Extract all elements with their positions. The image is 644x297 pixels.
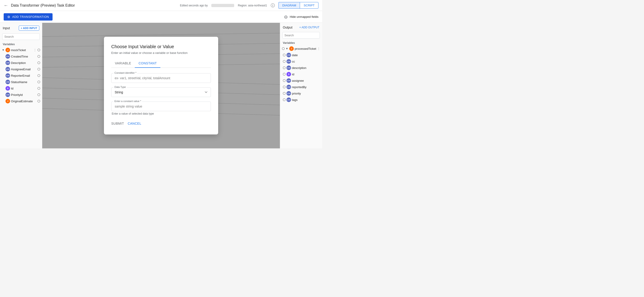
var-badge-str: STR — [286, 91, 291, 96]
var-name: OriginalEstimate — [11, 99, 36, 103]
var-badge-json: J — [6, 99, 10, 103]
list-item: D id — [280, 71, 322, 77]
var-connector[interactable] — [283, 60, 286, 63]
var-connector[interactable] — [283, 73, 286, 76]
var-badge-str: STR — [286, 97, 291, 102]
output-search-box: 🔍 — [282, 32, 320, 38]
info-button[interactable]: ⓘ — [271, 3, 275, 8]
var-name: date — [292, 53, 320, 57]
var-connector[interactable] — [283, 86, 286, 88]
output-parent-menu-icon[interactable]: ⋮ — [317, 47, 320, 50]
input-parent-name: mockTicket — [11, 48, 32, 52]
var-badge-str: STR — [6, 80, 10, 84]
input-panel: Input + ADD INPUT 🔍 Variables ▼ J mockTi… — [0, 23, 42, 148]
modal-title: Choose Input Variable or Value — [111, 44, 211, 49]
add-transformation-label: ADD TRANSFORMATION — [12, 15, 49, 18]
hide-unmapped-toggle-icon[interactable]: ⊖ — [284, 14, 288, 20]
main-layout: Input + ADD INPUT 🔍 Variables ▼ J mockTi… — [0, 23, 322, 148]
edited-label: Edited seconds ago by — [180, 4, 208, 7]
var-connector[interactable] — [283, 92, 286, 95]
add-output-button[interactable]: + ADD OUTPUT — [299, 26, 319, 29]
var-badge-str: STR — [6, 60, 10, 65]
input-parent-menu-icon[interactable]: ⋮ — [33, 48, 36, 52]
var-name: StatusName — [11, 80, 36, 84]
data-type-field: Data Type String Integer Boolean Double … — [111, 87, 211, 97]
output-var-group: ▼ J processedTicket ⋮ STR date STR cc ST… — [280, 45, 322, 103]
input-variables-label: Variables — [0, 42, 42, 47]
var-connector[interactable] — [38, 68, 40, 70]
constant-value-hint: Enter a value of selected data type — [111, 112, 211, 115]
var-badge-d: D — [286, 72, 291, 76]
input-panel-title: Input — [3, 26, 10, 30]
output-panel-header: Output + ADD OUTPUT — [280, 25, 322, 31]
var-connector[interactable] — [38, 93, 40, 96]
constant-value-input[interactable] — [111, 102, 211, 111]
var-connector[interactable] — [38, 100, 40, 102]
var-connector[interactable] — [38, 87, 40, 90]
constant-identifier-input[interactable] — [111, 73, 211, 83]
var-badge-str: STR — [286, 65, 291, 70]
edited-by-value — [211, 4, 234, 7]
var-name: tags — [292, 98, 320, 102]
variable-tab[interactable]: VARIABLE — [111, 59, 135, 68]
var-connector[interactable] — [283, 79, 286, 82]
list-item: STR StatusName — [0, 79, 42, 85]
input-search-input[interactable] — [4, 35, 42, 38]
list-item: D Id — [0, 85, 42, 91]
list-item: STR PriorityId — [0, 91, 42, 98]
var-name: PriorityId — [11, 93, 36, 97]
modal-actions: SUBMIT CANCEL — [111, 120, 211, 127]
add-input-button[interactable]: + ADD INPUT — [19, 25, 39, 30]
input-parent-badge: J — [6, 48, 10, 52]
var-connector[interactable] — [38, 61, 40, 64]
list-item: STR ReporterEmail — [0, 72, 42, 79]
chevron-down-icon[interactable]: ▼ — [286, 47, 288, 50]
constant-identifier-label: Constant identifier * — [114, 71, 137, 74]
submit-button[interactable]: SUBMIT — [111, 120, 124, 127]
input-parent-connector[interactable] — [38, 49, 40, 51]
var-connector[interactable] — [38, 55, 40, 58]
chevron-down-icon[interactable]: ▼ — [2, 48, 4, 52]
toolbar: ⚙ ADD TRANSFORMATION ⊖ Hide unmapped fie… — [0, 11, 322, 23]
cancel-button[interactable]: CANCEL — [128, 120, 142, 127]
var-badge-str: STR — [286, 53, 291, 57]
var-connector[interactable] — [38, 74, 40, 77]
var-name: AssigneeEmail — [11, 68, 36, 71]
data-type-label: Data Type — [114, 86, 127, 88]
var-connector[interactable] — [283, 54, 286, 56]
list-item: STR tags — [280, 97, 322, 103]
topbar: ← Data Transformer (Preview) Task Editor… — [0, 0, 322, 11]
add-transformation-button[interactable]: ⚙ ADD TRANSFORMATION — [4, 13, 52, 20]
list-item: STR CreatedTime — [0, 53, 42, 60]
list-item: STR AssigneeEmail — [0, 66, 42, 72]
var-badge-str: STR — [286, 59, 291, 64]
page-title: Data Transformer (Preview) Task Editor — [11, 3, 75, 7]
input-panel-header: Input + ADD INPUT — [0, 25, 42, 32]
diagram-tab[interactable]: DIAGRAM — [278, 2, 300, 9]
input-search-box: 🔍 — [2, 33, 40, 40]
list-item: STR Description — [0, 60, 42, 66]
var-name: Description — [11, 61, 36, 65]
back-button[interactable]: ← — [4, 3, 8, 8]
topbar-right: Edited seconds ago by Region: asia-north… — [180, 2, 318, 9]
var-badge-str: STR — [286, 78, 291, 83]
canvas: Choose Input Variable or Value Enter an … — [42, 23, 280, 148]
constant-identifier-field: Constant identifier * — [111, 73, 211, 83]
list-item: STR description — [280, 65, 322, 71]
output-panel: Output + ADD OUTPUT 🔍 Variables ▼ J proc… — [280, 23, 322, 148]
modal-tabs: VARIABLE CONSTANT — [111, 59, 211, 68]
modal-subtitle: Enter an initial value or choose a varia… — [111, 51, 211, 54]
list-item: STR date — [280, 52, 322, 58]
var-connector[interactable] — [283, 66, 286, 69]
input-parent-var: ▼ J mockTicket ⋮ — [0, 47, 42, 53]
var-name: CreatedTime — [11, 55, 36, 58]
var-connector[interactable] — [283, 98, 286, 101]
var-connector[interactable] — [38, 81, 40, 83]
data-type-select[interactable]: String Integer Boolean Double Long — [111, 87, 211, 97]
output-search-input[interactable] — [284, 33, 322, 37]
constant-tab[interactable]: CONSTANT — [135, 59, 160, 68]
var-name: reportedBy — [292, 85, 320, 89]
toolbar-right: ⊖ Hide unmapped fields — [284, 14, 318, 20]
output-parent-connector[interactable] — [282, 47, 285, 50]
script-tab[interactable]: SCRIPT — [300, 2, 318, 9]
